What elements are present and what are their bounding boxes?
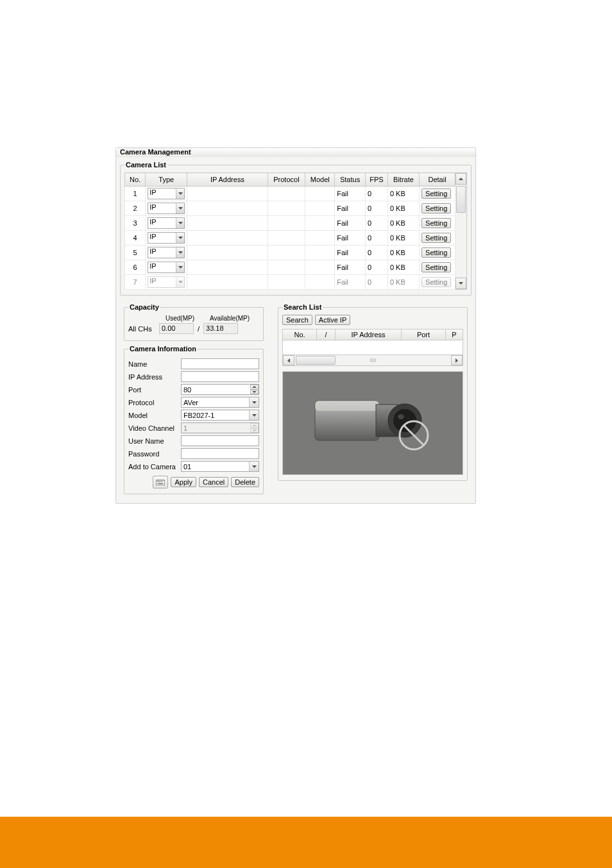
sl-col-no[interactable]: No.: [283, 330, 317, 340]
cell-type[interactable]: IP: [146, 216, 187, 231]
scroll-thumb[interactable]: [456, 186, 466, 213]
table-row[interactable]: 6IPFail00 KBSetting: [125, 260, 455, 275]
type-select[interactable]: IP: [148, 217, 185, 229]
scroll-left-icon[interactable]: [283, 355, 294, 365]
svg-marker-12: [252, 414, 257, 417]
type-select[interactable]: IP: [148, 232, 185, 244]
table-row[interactable]: 5IPFail00 KBSetting: [125, 246, 455, 260]
type-select[interactable]: IP: [148, 188, 185, 199]
video-channel-stepper: [181, 422, 259, 433]
chevron-down-icon[interactable]: [176, 247, 184, 258]
table-row[interactable]: 2IPFail00 KBSetting: [125, 201, 455, 216]
sl-col-ip[interactable]: IP Address: [336, 330, 402, 340]
delete-button[interactable]: Delete: [231, 477, 259, 487]
protocol-select[interactable]: [181, 397, 259, 408]
cancel-button[interactable]: Cancel: [199, 477, 228, 487]
cell-detail[interactable]: Setting: [420, 246, 455, 260]
type-select[interactable]: IP: [148, 276, 185, 288]
cell-type[interactable]: IP: [146, 260, 187, 275]
col-type[interactable]: Type: [146, 173, 187, 187]
cell-type[interactable]: IP: [146, 231, 187, 246]
model-value[interactable]: [181, 410, 259, 421]
add-to-camera-value[interactable]: [181, 461, 259, 472]
search-list-hscroll[interactable]: [282, 355, 463, 366]
search-list-body[interactable]: [282, 340, 463, 355]
cell-detail[interactable]: Setting: [420, 260, 455, 275]
col-protocol[interactable]: Protocol: [268, 173, 305, 187]
chevron-down-icon[interactable]: [176, 188, 184, 199]
cell-type[interactable]: IP: [146, 201, 187, 216]
chevron-down-icon[interactable]: [176, 218, 184, 228]
active-ip-button[interactable]: Active IP: [315, 315, 350, 325]
type-select[interactable]: IP: [148, 203, 185, 214]
svg-rect-17: [157, 481, 158, 482]
type-select[interactable]: IP: [148, 262, 185, 273]
chevron-down-icon[interactable]: [176, 262, 184, 272]
table-row[interactable]: 3IPFail00 KBSetting: [125, 216, 455, 231]
scroll-down-icon[interactable]: [455, 278, 466, 289]
spin-down-icon[interactable]: [250, 390, 259, 395]
cell-detail[interactable]: Setting: [420, 275, 455, 290]
port-input[interactable]: [181, 384, 259, 395]
chevron-down-icon[interactable]: [249, 462, 259, 471]
password-input[interactable]: [181, 448, 259, 459]
setting-button[interactable]: Setting: [421, 188, 451, 199]
col-fps[interactable]: FPS: [365, 173, 387, 187]
scroll-track[interactable]: [455, 185, 466, 278]
setting-button[interactable]: Setting: [421, 233, 451, 243]
col-no[interactable]: No.: [125, 173, 146, 187]
apply-button[interactable]: Apply: [171, 477, 196, 487]
cell-protocol: [268, 260, 305, 275]
table-row[interactable]: 7IPFail00 KBSetting: [125, 275, 455, 290]
search-list-header: No. / IP Address Port P: [282, 329, 463, 340]
cell-detail[interactable]: Setting: [420, 201, 455, 216]
camera-list-scrollbar[interactable]: [455, 172, 467, 290]
setting-button[interactable]: Setting: [421, 218, 451, 228]
scroll-up-icon[interactable]: [455, 173, 466, 185]
svg-rect-18: [159, 481, 160, 482]
col-status[interactable]: Status: [335, 173, 366, 187]
scroll-right-icon[interactable]: [451, 355, 463, 365]
model-select[interactable]: [181, 410, 259, 421]
cell-fps: 0: [365, 246, 387, 260]
chevron-down-icon[interactable]: [249, 410, 259, 420]
chevron-down-icon[interactable]: [176, 233, 184, 243]
protocol-value[interactable]: [181, 397, 259, 408]
table-row[interactable]: 4IPFail00 KBSetting: [125, 231, 455, 246]
col-bitrate[interactable]: Bitrate: [387, 173, 419, 187]
search-button[interactable]: Search: [282, 315, 312, 325]
setting-button[interactable]: Setting: [421, 277, 451, 287]
setting-button[interactable]: Setting: [421, 262, 451, 272]
cell-type[interactable]: IP: [146, 246, 187, 260]
ip-input[interactable]: [181, 371, 259, 382]
hscroll-thumb[interactable]: [296, 356, 336, 365]
port-stepper[interactable]: [181, 384, 259, 395]
sl-col-port[interactable]: Port: [402, 330, 446, 340]
col-model[interactable]: Model: [305, 173, 335, 187]
username-input[interactable]: [181, 435, 259, 446]
col-detail[interactable]: Detail: [420, 173, 455, 187]
hscroll-track[interactable]: [294, 355, 451, 365]
setting-button[interactable]: Setting: [421, 247, 451, 258]
name-input[interactable]: [181, 358, 259, 369]
setting-button[interactable]: Setting: [421, 203, 451, 213]
svg-marker-5: [178, 266, 183, 269]
sl-col-sep[interactable]: /: [317, 330, 336, 340]
sl-col-p[interactable]: P: [446, 330, 463, 340]
cell-detail[interactable]: Setting: [420, 231, 455, 246]
cell-type[interactable]: IP: [146, 275, 187, 290]
cell-detail[interactable]: Setting: [420, 187, 455, 201]
keyboard-icon[interactable]: [153, 476, 168, 488]
chevron-down-icon[interactable]: [249, 397, 259, 407]
add-to-camera-select[interactable]: [181, 461, 259, 472]
add-to-camera-label: Add to Camera: [128, 463, 181, 471]
type-select[interactable]: IP: [148, 247, 185, 258]
cell-model: [305, 187, 335, 201]
chevron-down-icon[interactable]: [176, 277, 184, 287]
col-ip[interactable]: IP Address: [187, 173, 268, 187]
spin-up-icon[interactable]: [250, 385, 259, 390]
cell-type[interactable]: IP: [146, 187, 187, 201]
chevron-down-icon[interactable]: [176, 203, 184, 213]
cell-detail[interactable]: Setting: [420, 216, 455, 231]
table-row[interactable]: 1IPFail00 KBSetting: [125, 187, 455, 201]
